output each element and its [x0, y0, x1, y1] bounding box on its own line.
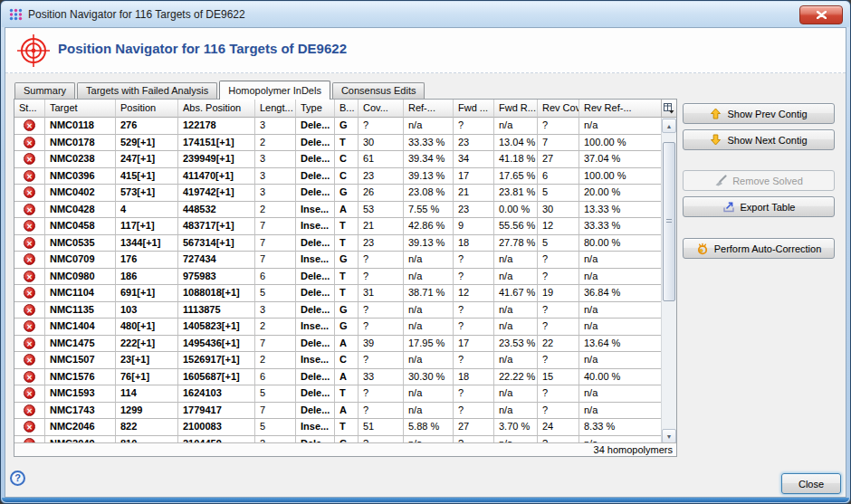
- cell-rev_coverage: 24: [538, 419, 579, 436]
- cell-rev_coverage: 5: [538, 185, 579, 202]
- scrollbar-thumb[interactable]: [663, 142, 675, 301]
- table-row[interactable]: ✕NMC09801869759836Dele...T?n/a?n/a?n/a: [14, 269, 661, 286]
- scroll-down-button[interactable]: ▼: [662, 429, 676, 443]
- column-config-button[interactable]: [661, 100, 676, 118]
- cell-coverage: 23: [359, 168, 404, 185]
- tab-summary[interactable]: Summary: [14, 82, 75, 99]
- cell-length: 6: [255, 369, 296, 386]
- target-crosshair-icon: [17, 34, 50, 71]
- column-header[interactable]: Ref-...: [404, 100, 454, 118]
- tab-targets-with-failed-analysis[interactable]: Targets with Failed Analysis: [77, 82, 217, 99]
- table-row[interactable]: ✕NMC113510311138753Dele...G?n/a?n/a?n/a: [14, 302, 661, 319]
- cell-length: 7: [255, 336, 296, 353]
- column-header[interactable]: Rev Ref-...: [579, 100, 661, 118]
- show-next-contig-label: Show Next Contig: [727, 135, 807, 146]
- cell-fwd_coverage: ?: [454, 269, 494, 286]
- cell-type: Dele...: [296, 369, 335, 386]
- column-header[interactable]: Rev Cove...: [538, 100, 579, 118]
- table-row[interactable]: ✕NMC042844485322Inse...A537.55 %230.00 %…: [14, 202, 661, 219]
- table-row[interactable]: ✕NMC07091767274347Inse...G?n/a?n/a?n/a: [14, 252, 661, 269]
- remove-solved-button[interactable]: Remove Solved: [683, 170, 835, 191]
- column-header[interactable]: Abs. Position: [178, 100, 255, 118]
- cell-target: NMC0402: [45, 185, 116, 202]
- cell-rev_ref_pct: 20.00 %: [579, 185, 661, 202]
- cell-ref_pct: n/a: [404, 252, 454, 269]
- table-row[interactable]: ✕NMC1743129917794177Dele...A?n/a?n/a?n/a: [14, 403, 661, 420]
- table-row[interactable]: ✕NMC0402573[+1]419742[+1]3Dele...G2623.0…: [14, 185, 661, 202]
- show-prev-contig-button[interactable]: Show Prev Contig: [683, 103, 835, 124]
- cell-rev_ref_pct: 8.33 %: [579, 419, 661, 436]
- cell-base: G: [335, 319, 359, 336]
- cell-position: 114: [116, 385, 178, 403]
- cell-status: ✕: [14, 285, 45, 302]
- cell-rev_coverage: 15: [538, 369, 579, 386]
- cell-abs_position: 567314[+1]: [178, 235, 255, 252]
- cell-abs_position: 1605687[+1]: [178, 369, 255, 386]
- cell-length: 5: [255, 385, 296, 403]
- cell-fwd_ref_pct: n/a: [494, 403, 538, 420]
- cell-base: A: [335, 336, 359, 353]
- vertical-scrollbar[interactable]: ▲ ▼: [661, 118, 676, 444]
- column-header[interactable]: Type: [296, 100, 335, 118]
- column-header[interactable]: Cov...: [359, 100, 404, 118]
- window-close-button[interactable]: [799, 5, 843, 24]
- error-status-icon: ✕: [24, 186, 35, 198]
- cell-status: ✕: [14, 336, 45, 353]
- cell-coverage: 53: [359, 202, 404, 219]
- table-row[interactable]: ✕NMC157676[+1]1605687[+1]6Dele...A3330.3…: [14, 369, 661, 386]
- cell-status: ✕: [14, 319, 45, 336]
- cell-fwd_coverage: 12: [454, 285, 494, 302]
- cell-position: 1344[+1]: [116, 235, 178, 252]
- dialog-window: Position Navigator for 116 Targets of DE…: [0, 0, 851, 504]
- cell-length: 7: [255, 235, 296, 252]
- cell-base: A: [335, 202, 359, 219]
- column-header[interactable]: Fwd R...: [494, 100, 538, 118]
- cell-abs_position: 419742[+1]: [178, 185, 255, 202]
- close-button[interactable]: Close: [781, 473, 841, 494]
- column-header[interactable]: Fwd ...: [454, 100, 494, 118]
- table-row[interactable]: ✕NMC1475222[+1]1495436[+1]7Dele...A3917.…: [14, 336, 661, 353]
- error-status-icon: ✕: [24, 237, 35, 249]
- column-header[interactable]: St...: [14, 100, 45, 118]
- column-header[interactable]: B...: [335, 100, 359, 118]
- cell-base: A: [335, 403, 359, 420]
- table-row[interactable]: ✕NMC150723[+1]1526917[+1]2Inse...C?n/a?n…: [14, 352, 661, 369]
- table-row[interactable]: ✕NMC159311416241035Dele...T?n/a?n/a?n/a: [14, 385, 661, 403]
- table-row[interactable]: ✕NMC01182761221783Dele...G?n/a?n/a?n/a: [14, 118, 661, 135]
- perform-auto-correction-label: Perform Auto-Correction: [714, 243, 822, 254]
- table-row[interactable]: ✕NMC204682221000835Inse...T515.88 %273.7…: [14, 419, 661, 436]
- cell-position: 23[+1]: [116, 352, 178, 369]
- column-header[interactable]: Position: [116, 100, 178, 118]
- table-row[interactable]: ✕NMC05351344[+1]567314[+1]7Dele...T2339.…: [14, 235, 661, 252]
- titlebar[interactable]: Position Navigator for 116 Targets of DE…: [2, 2, 849, 27]
- tab-homopolymer-indels[interactable]: Homopolymer InDels: [219, 81, 330, 100]
- cell-rev_ref_pct: n/a: [579, 269, 661, 286]
- tab-bar: SummaryTargets with Failed AnalysisHomop…: [14, 80, 426, 99]
- table-row[interactable]: ✕NMC0238247[+1]239949[+1]3Dele...C6139.3…: [14, 151, 661, 168]
- cell-rev_ref_pct: n/a: [579, 403, 661, 420]
- cell-status: ✕: [14, 218, 45, 235]
- table-row[interactable]: ✕NMC0458117[+1]483717[+1]7Inse...T2142.8…: [14, 218, 661, 235]
- show-next-contig-button[interactable]: Show Next Contig: [683, 129, 835, 150]
- tab-consensus-edits[interactable]: Consensus Edits: [332, 82, 426, 99]
- table-row[interactable]: ✕NMC0396415[+1]411470[+1]3Dele...C2339.1…: [14, 168, 661, 185]
- cell-fwd_ref_pct: 41.67 %: [494, 285, 538, 302]
- scroll-up-button[interactable]: ▲: [662, 119, 676, 133]
- table-row[interactable]: ✕NMC1404480[+1]1405823[+1]2Inse...G?n/a?…: [14, 319, 661, 336]
- cell-base: T: [335, 235, 359, 252]
- cell-type: Dele...: [296, 385, 335, 403]
- perform-auto-correction-button[interactable]: Perform Auto-Correction: [683, 238, 835, 259]
- table-row[interactable]: ✕NMC0178529[+1]174151[+1]2Dele...T3033.3…: [14, 135, 661, 152]
- help-button[interactable]: ?: [10, 471, 25, 486]
- export-table-button[interactable]: Export Table: [683, 196, 835, 217]
- cell-position: 415[+1]: [116, 168, 178, 185]
- table-row[interactable]: ✕NMC1104691[+1]1088018[+1]5Dele...T3138.…: [14, 285, 661, 302]
- cell-rev_ref_pct: n/a: [579, 252, 661, 269]
- column-header[interactable]: Target: [45, 100, 116, 118]
- cell-target: NMC1743: [45, 403, 116, 420]
- error-status-icon: ✕: [24, 220, 35, 232]
- cell-coverage: 23: [359, 235, 404, 252]
- column-header[interactable]: Lengt...: [255, 100, 296, 118]
- cell-abs_position: 975983: [178, 269, 255, 286]
- cell-fwd_coverage: ?: [454, 319, 494, 336]
